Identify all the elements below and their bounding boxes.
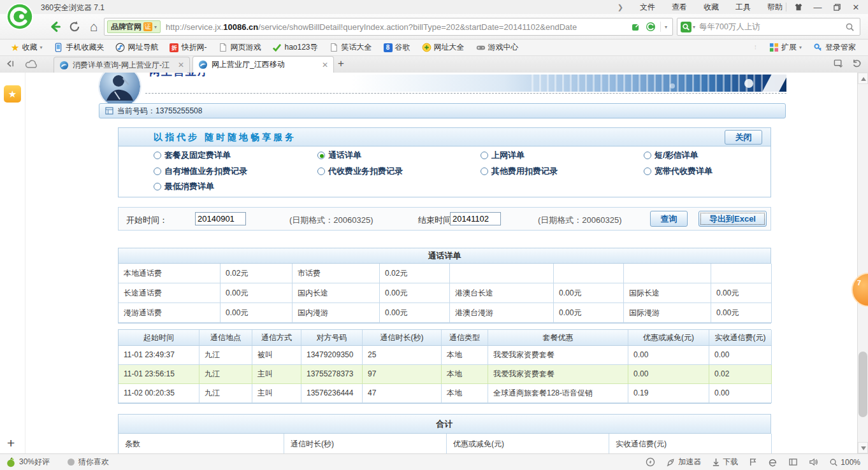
tab-bill-query[interactable]: 消费详单查询-网上营业厅-江 ✕ <box>54 57 190 73</box>
menu-favorites[interactable]: 收藏 <box>704 2 719 13</box>
bookmark-game-center[interactable]: 游戏中心 <box>470 41 524 55</box>
menu-view[interactable]: 查看 <box>672 2 687 13</box>
search-icon[interactable] <box>845 22 855 32</box>
vertical-scrollbar[interactable] <box>857 73 868 453</box>
login-manager-button[interactable]: 登录管家 <box>807 41 862 55</box>
suggestion-label: 猜你喜欢 <box>78 457 109 467</box>
favorites-caret-icon[interactable]: ▾ <box>40 45 42 50</box>
scroll-down-button[interactable] <box>858 442 868 453</box>
ie-compat-icon[interactable] <box>768 457 778 467</box>
scrollbar-thumb[interactable] <box>858 352 867 417</box>
cell: 0.00元 <box>554 283 624 303</box>
back-button[interactable] <box>47 18 64 35</box>
bookmark-label: 笑话大全 <box>342 42 372 53</box>
end-date-input[interactable] <box>450 212 501 225</box>
extensions-button[interactable]: 扩展 ▾ <box>763 41 807 55</box>
sidebar-add-button[interactable]: + <box>7 436 15 451</box>
search-box[interactable]: ▾ 每年700万人上访 <box>677 18 860 36</box>
menu-expander-icon[interactable]: ❯ <box>618 3 623 11</box>
zoom-control[interactable]: 100% <box>829 458 860 467</box>
bookmark-label: 网页游戏 <box>230 42 261 53</box>
sidebar-favorites-star-button[interactable]: ★ <box>4 85 21 103</box>
bill-type-radio-0[interactable]: 套餐及固定费详单 <box>154 150 231 161</box>
bill-type-radio-6[interactable]: 其他费用扣费记录 <box>481 166 558 177</box>
search-engine-caret-icon[interactable]: ▾ <box>693 24 695 30</box>
rating-text[interactable]: 30%好评 <box>19 457 50 467</box>
cell: 被叫 <box>252 346 301 365</box>
refresh-button[interactable] <box>66 18 83 35</box>
360-swirl-icon[interactable] <box>646 22 656 32</box>
address-bar[interactable]: 品牌官网 证 ▾ http://service.jx.10086.cn/serv… <box>104 18 673 36</box>
cell: 97 <box>363 365 442 384</box>
cloud-sync-icon[interactable] <box>25 59 39 69</box>
tab-list-icon[interactable] <box>833 59 844 68</box>
header-cell: 通信时长(秒) <box>363 330 442 346</box>
tab-business-hall-active[interactable]: 网上营业厅_江西移动 ✕ <box>192 56 334 73</box>
cell: 我爱我家资费套餐 <box>488 365 628 384</box>
start-date-input[interactable] <box>195 212 246 225</box>
bill-type-radio-1[interactable]: 通话详单 <box>317 150 361 161</box>
bookmark-web-games[interactable]: 网页游戏 <box>212 41 266 55</box>
bookmark-phone-favorites[interactable]: 手机收藏夹 <box>48 41 110 55</box>
bookmark-site-collection[interactable]: 网址大全 <box>416 41 470 55</box>
export-excel-button[interactable]: 导出到Excel <box>698 211 767 227</box>
header-cell: 对方号码 <box>301 330 363 346</box>
cell: 漫游通话费 <box>119 303 221 323</box>
banner-graphic <box>352 75 786 92</box>
minimize-button[interactable]: — <box>808 0 827 14</box>
speaker-icon[interactable] <box>809 458 818 466</box>
favorites-button[interactable]: ★ 收藏 ▾ <box>5 41 48 55</box>
menu-file[interactable]: 文件 <box>640 2 655 13</box>
cell: 0.00元 <box>221 303 293 323</box>
bookmark-kuaizhe[interactable]: 折 快折网- <box>164 41 212 55</box>
layout-icon[interactable] <box>788 458 798 466</box>
menu-help[interactable]: 帮助 <box>767 2 783 13</box>
page-content: ★ + 网上营业厅 当前号码：13755255508 以指代步 随时随地畅享服务… <box>0 73 868 453</box>
rocket-icon <box>666 457 676 467</box>
search-engine-badge[interactable]: ▾ <box>681 22 695 32</box>
bill-type-radio-3[interactable]: 短/彩信详单 <box>644 150 698 161</box>
window-controls: — ✕ <box>786 0 865 14</box>
query-button[interactable]: 查询 <box>650 211 688 227</box>
bookmark-google[interactable]: 8 谷歌 <box>378 41 416 55</box>
accelerator-button[interactable]: 加速器 <box>666 457 701 467</box>
restore-button[interactable] <box>827 0 846 14</box>
bill-type-radio-4[interactable]: 自有增值业务扣费记录 <box>154 166 247 177</box>
skin-button[interactable] <box>789 0 808 14</box>
menu-tools[interactable]: 工具 <box>735 2 751 13</box>
new-tab-button[interactable]: + <box>338 57 344 70</box>
speed-mode-icon[interactable] <box>646 457 655 467</box>
title-bar: 360安全浏览器 7.1 ❯ 文件 查看 收藏 工具 帮助 — ✕ <box>0 0 868 14</box>
tab-close-icon[interactable]: ✕ <box>178 61 184 69</box>
close-button[interactable]: 关闭 <box>725 130 762 145</box>
suggestion-toggle[interactable]: 猜你喜欢 <box>68 457 109 467</box>
close-window-button[interactable]: ✕ <box>846 0 865 14</box>
brand-site-badge[interactable]: 品牌官网 证 ▾ <box>107 20 161 33</box>
download-button[interactable]: 下载 <box>712 457 738 467</box>
bill-type-radio-2[interactable]: 上网详单 <box>481 150 524 161</box>
search-input[interactable]: 每年700万人上访 <box>699 22 845 32</box>
badge-number: 7 <box>857 279 861 287</box>
bill-type-radio-7[interactable]: 宽带代收费详单 <box>644 166 712 177</box>
bill-type-radio-8[interactable]: 最低消费详单 <box>154 181 214 192</box>
flag-icon[interactable] <box>749 457 757 467</box>
bookmark-hao123[interactable]: hao123导 <box>266 41 323 55</box>
bookmark-jokes[interactable]: 笑话大全 <box>324 41 378 55</box>
url-text[interactable]: http://service.jx.10086.cn/service/showB… <box>166 22 577 32</box>
cell: 国内长途 <box>293 283 380 303</box>
scroll-up-button[interactable] <box>858 73 868 84</box>
detail-table-header: 起始时间 通信地点 通信方式 对方号码 通信时长(秒) 通信类型 套餐优惠 优惠… <box>119 330 770 346</box>
rating-apple-icon[interactable] <box>6 457 15 467</box>
restore-closed-tab-icon[interactable] <box>851 59 862 68</box>
tab-close-icon[interactable]: ✕ <box>322 61 328 69</box>
extensions-caret-icon[interactable]: ▾ <box>799 45 802 50</box>
badge-caret-icon[interactable]: ▾ <box>154 24 157 30</box>
home-button[interactable]: ⌂ <box>85 18 102 35</box>
radio-label: 通话详单 <box>328 150 361 161</box>
bill-type-radio-5[interactable]: 代收费业务扣费记录 <box>317 166 403 177</box>
floating-promo-badge[interactable]: 7 <box>851 273 868 307</box>
collapse-tabs-icon[interactable] <box>5 59 16 69</box>
url-dropdown-icon[interactable]: ▾ <box>665 24 667 30</box>
bookmark-site-nav[interactable]: 网址导航 <box>110 41 164 55</box>
share-icon[interactable] <box>631 22 641 32</box>
